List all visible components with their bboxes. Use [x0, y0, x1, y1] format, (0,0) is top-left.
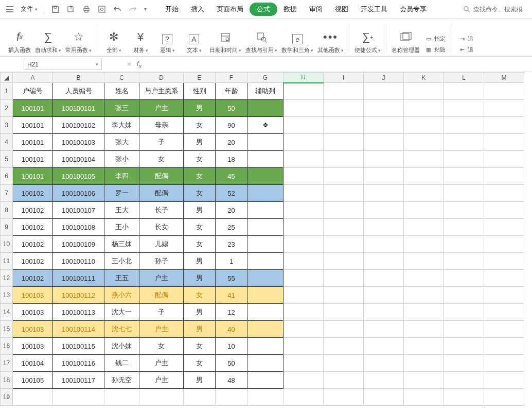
cell[interactable]: 10	[216, 338, 247, 355]
cell[interactable]	[484, 168, 524, 185]
cell[interactable]: 女	[184, 151, 216, 168]
cell[interactable]	[324, 338, 364, 355]
cell[interactable]: 男	[184, 134, 216, 151]
cell[interactable]: 18	[216, 151, 247, 168]
cell[interactable]: 张三	[104, 100, 139, 117]
cell[interactable]	[484, 185, 524, 202]
datetime-button[interactable]: 日期和时间▾	[209, 30, 241, 54]
col-header-L[interactable]: L	[444, 73, 484, 83]
row-header-10[interactable]: 10	[1, 236, 13, 253]
cell[interactable]	[444, 236, 484, 253]
cell[interactable]	[247, 253, 283, 270]
cell[interactable]: 配偶	[139, 185, 184, 202]
cell[interactable]: 100100107	[53, 202, 104, 219]
cell[interactable]	[324, 151, 364, 168]
cell[interactable]	[484, 372, 524, 389]
cell[interactable]	[404, 236, 444, 253]
row-header-3[interactable]: 3	[1, 117, 13, 134]
fx-icon[interactable]: fx	[137, 60, 141, 69]
cell[interactable]: 女	[184, 168, 216, 185]
cell[interactable]: 罗一	[104, 185, 139, 202]
cell[interactable]: 50	[216, 355, 247, 372]
cell[interactable]: 沈大一	[104, 304, 139, 321]
cell[interactable]	[324, 168, 364, 185]
cell[interactable]	[324, 219, 364, 236]
cell[interactable]	[364, 287, 404, 304]
cell[interactable]	[283, 321, 324, 338]
row-header-8[interactable]: 8	[1, 202, 13, 219]
cell[interactable]: 男	[184, 270, 216, 287]
row-header-15[interactable]: 15	[1, 321, 13, 338]
cell[interactable]	[324, 304, 364, 321]
cell[interactable]	[184, 389, 216, 406]
cell[interactable]	[444, 151, 484, 168]
cell[interactable]: 100101	[13, 100, 53, 117]
cell[interactable]	[364, 270, 404, 287]
cell[interactable]	[247, 372, 283, 389]
row-header-2[interactable]: 2	[1, 100, 13, 117]
cell[interactable]: 孙子	[139, 253, 184, 270]
cell[interactable]: 李大妹	[104, 117, 139, 134]
cell[interactable]: 燕小六	[104, 287, 139, 304]
cell[interactable]	[364, 168, 404, 185]
cell[interactable]	[324, 355, 364, 372]
cell[interactable]: 男	[184, 202, 216, 219]
col-header-J[interactable]: J	[364, 73, 404, 83]
cell[interactable]: 女	[184, 219, 216, 236]
cell[interactable]: 长女	[139, 219, 184, 236]
cell[interactable]: 100102	[13, 253, 53, 270]
cell[interactable]	[139, 389, 184, 406]
cell[interactable]: 100100109	[53, 236, 104, 253]
cell[interactable]: 配偶	[139, 168, 184, 185]
cell[interactable]: 100102	[13, 202, 53, 219]
cell[interactable]	[324, 236, 364, 253]
print-icon[interactable]	[80, 3, 93, 15]
cell[interactable]: 男	[184, 372, 216, 389]
cell[interactable]	[247, 389, 283, 406]
cell[interactable]	[283, 100, 324, 117]
cell[interactable]: 户主	[139, 270, 184, 287]
cell[interactable]	[484, 287, 524, 304]
ribbon-tab-4[interactable]: 数据	[277, 2, 303, 17]
cell[interactable]	[484, 338, 524, 355]
cell[interactable]	[364, 321, 404, 338]
export-icon[interactable]	[65, 3, 77, 15]
cell[interactable]	[283, 236, 324, 253]
cell[interactable]	[484, 270, 524, 287]
cell[interactable]	[484, 355, 524, 372]
cell[interactable]	[247, 219, 283, 236]
cell[interactable]: 20	[216, 134, 247, 151]
cell[interactable]: 100102	[13, 219, 53, 236]
cell[interactable]	[247, 270, 283, 287]
cell[interactable]	[364, 100, 404, 117]
cell[interactable]	[247, 117, 283, 134]
cell[interactable]: 沈七七	[104, 321, 139, 338]
cell[interactable]	[444, 338, 484, 355]
cell[interactable]	[404, 202, 444, 219]
cell[interactable]: 儿媳	[139, 236, 184, 253]
cell[interactable]: 女	[184, 355, 216, 372]
cell[interactable]: 100102	[13, 185, 53, 202]
row-header-14[interactable]: 14	[1, 304, 13, 321]
cell[interactable]: 100100111	[53, 270, 104, 287]
ribbon-tab-2[interactable]: 页面布局	[210, 2, 250, 17]
cell[interactable]	[324, 253, 364, 270]
cell[interactable]: 男	[184, 304, 216, 321]
cell[interactable]: 52	[216, 185, 247, 202]
cell[interactable]	[364, 389, 404, 406]
cell[interactable]	[484, 100, 524, 117]
cell[interactable]	[484, 253, 524, 270]
cell[interactable]	[324, 321, 364, 338]
spreadsheet-grid[interactable]: ◢ ABCDEFGHIJKLM 1户编号人员编号姓名与户主关系性别年龄辅助列21…	[0, 72, 532, 406]
row-header-5[interactable]: 5	[1, 151, 13, 168]
cell[interactable]	[247, 304, 283, 321]
preview-icon[interactable]	[96, 3, 108, 15]
cell[interactable]	[283, 338, 324, 355]
command-search[interactable]	[463, 5, 529, 13]
cell[interactable]: 50	[216, 100, 247, 117]
cell[interactable]	[364, 202, 404, 219]
cell[interactable]	[484, 151, 524, 168]
cell[interactable]: 李四	[104, 168, 139, 185]
select-all-corner[interactable]: ◢	[1, 73, 13, 83]
cell[interactable]	[444, 253, 484, 270]
